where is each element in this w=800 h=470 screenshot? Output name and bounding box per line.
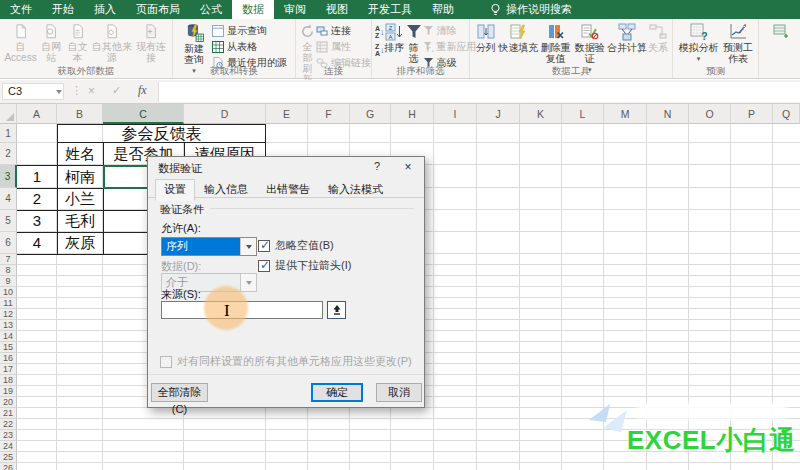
column-header-N[interactable]: N [647,104,689,124]
row-header-10[interactable]: 10 [0,287,17,298]
allow-dropdown[interactable]: 序列 [161,237,257,256]
column-header-P[interactable]: P [731,104,773,124]
column-header-Q[interactable]: Q [773,104,800,124]
header-cell-name[interactable]: 姓名 [57,143,103,165]
row-header-18[interactable]: 18 [0,375,17,386]
dialog-tab-3[interactable]: 输入法模式 [319,179,392,201]
existing-connections-button[interactable]: 现有连接 [133,21,169,63]
table-row-4-name[interactable]: 灰原 [57,232,103,254]
column-header-F[interactable]: F [308,104,350,124]
dialog-tab-1[interactable]: 输入信息 [195,179,257,201]
text-to-columns-button[interactable]: 分列 [473,21,498,53]
table-row-1-num[interactable]: 1 [17,165,57,188]
connections-button[interactable]: 连接 [316,23,371,38]
row-header-21[interactable]: 21 [0,408,17,419]
sort-descending-button[interactable]: ZA↓ [375,43,385,57]
row-header-5[interactable]: 5 [0,210,17,232]
table-row-3-name[interactable]: 毛利 [57,210,103,232]
row-header-23[interactable]: 23 [0,430,17,441]
column-header-K[interactable]: K [520,104,562,124]
from-other-sources-button[interactable]: 自其他来源 [91,21,133,63]
relationships-button[interactable]: 关系 [647,21,669,53]
sort-ascending-button[interactable]: AZ↓ [375,25,385,39]
ribbon-tab-3[interactable]: 页面布局 [126,0,190,19]
ribbon-tab-9[interactable]: 帮助 [422,0,464,19]
table-row-4-num[interactable]: 4 [17,232,57,254]
row-header-22[interactable]: 22 [0,419,17,430]
name-box-dropdown-icon[interactable] [56,90,62,94]
row-header-25[interactable]: 25 [0,452,17,463]
flash-fill-button[interactable]: 快速填充 [498,21,538,53]
ribbon-tab-2[interactable]: 插入 [84,0,126,19]
ribbon-tab-1[interactable]: 开始 [42,0,84,19]
table-row-2-num[interactable]: 2 [17,188,57,210]
row-header-3[interactable]: 3 [0,165,17,188]
insert-function-icon[interactable]: fx [138,83,147,98]
forecast-sheet-button[interactable]: 预测工作表 [721,21,755,64]
from-access-button[interactable]: 自 Access [3,21,38,63]
checkbox-checked-icon[interactable] [258,260,270,272]
column-header-L[interactable]: L [562,104,604,124]
collapse-dialog-button[interactable] [327,301,346,319]
row-header-24[interactable]: 24 [0,441,17,452]
column-header-E[interactable]: E [266,104,308,124]
sort-button[interactable]: ZA 排序 [385,21,405,53]
dialog-tab-2[interactable]: 出错警告 [257,179,319,201]
tell-me-search[interactable]: 操作说明搜索 [490,0,572,19]
row-header-17[interactable]: 17 [0,364,17,375]
row-header-12[interactable]: 12 [0,309,17,320]
column-header-G[interactable]: G [350,104,391,124]
table-row-1-name[interactable]: 柯南 [57,165,103,188]
outline-partial-button[interactable] [762,21,797,41]
from-table-button[interactable]: 从表格 [212,39,287,54]
table-row-3-num[interactable]: 3 [17,210,57,232]
name-box[interactable]: C3 [2,83,64,100]
row-header-11[interactable]: 11 [0,298,17,309]
enter-icon[interactable]: ✓ [112,84,121,97]
row-header-7[interactable]: 7 [0,254,17,265]
reapply-filter-button[interactable]: 重新应用 [423,39,477,54]
in-cell-dropdown-checkbox[interactable]: 提供下拉箭头(I) [258,258,351,273]
row-header-6[interactable]: 6 [0,232,17,254]
row-header-20[interactable]: 20 [0,397,17,408]
ok-button[interactable]: 确定 [311,383,363,402]
filter-button[interactable]: 筛选 [405,21,423,64]
row-header-16[interactable]: 16 [0,353,17,364]
row-header-13[interactable]: 13 [0,320,17,331]
row-header-8[interactable]: 8 [0,265,17,276]
ignore-blank-checkbox[interactable]: 忽略空值(B) [258,238,334,253]
row-header-1[interactable]: 1 [0,124,17,143]
column-header-I[interactable]: I [434,104,477,124]
help-icon[interactable]: ? [368,160,386,172]
row-header-9[interactable]: 9 [0,276,17,287]
select-all-corner[interactable] [0,104,17,124]
column-header-M[interactable]: M [604,104,647,124]
row-header-26[interactable]: 26 [0,463,17,470]
from-web-button[interactable]: 自网站 [38,21,65,63]
column-header-H[interactable]: H [391,104,434,124]
column-header-O[interactable]: O [689,104,731,124]
from-text-button[interactable]: 自文本 [65,21,92,63]
table-row-2-name[interactable]: 小兰 [57,188,103,210]
formula-input[interactable] [158,82,800,102]
ribbon-tab-7[interactable]: 视图 [316,0,358,19]
properties-button[interactable]: 属性 [316,39,371,54]
ribbon-tab-8[interactable]: 开发工具 [358,0,422,19]
column-header-A[interactable]: A [17,104,57,124]
ribbon-tab-4[interactable]: 公式 [190,0,232,19]
chevron-down-icon[interactable] [240,238,256,255]
column-header-D[interactable]: D [184,104,266,124]
column-header-C[interactable]: C [103,104,184,124]
ribbon-tab-6[interactable]: 审阅 [274,0,316,19]
consolidate-button[interactable]: 合并计算 [607,21,647,53]
row-header-19[interactable]: 19 [0,386,17,397]
row-header-15[interactable]: 15 [0,342,17,353]
cancel-button[interactable]: 取消 [376,383,422,402]
cancel-icon[interactable]: × [88,84,95,98]
clear-filter-button[interactable]: 清除 [423,23,477,38]
clear-all-button[interactable]: 全部清除(C) [151,383,208,402]
column-header-J[interactable]: J [477,104,520,124]
remove-duplicates-button[interactable]: 删除重复值 [539,21,573,64]
dialog-tab-0[interactable]: 设置 [155,179,195,201]
row-header-4[interactable]: 4 [0,188,17,210]
